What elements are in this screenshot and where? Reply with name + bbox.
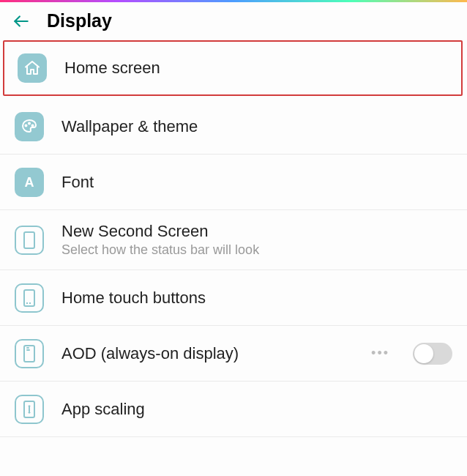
home-icon xyxy=(18,53,47,83)
row-label: Home screen xyxy=(64,59,448,78)
touch-buttons-icon xyxy=(15,283,44,313)
svg-rect-8 xyxy=(24,346,34,362)
svg-text:A: A xyxy=(25,175,34,190)
row-label: Wallpaper & theme xyxy=(61,117,452,136)
palette-icon xyxy=(15,112,44,141)
more-icon[interactable]: ••• xyxy=(371,346,389,361)
row-label: AOD (always-on display) xyxy=(61,344,354,363)
row-label: App scaling xyxy=(61,400,452,419)
row-aod[interactable]: AOD (always-on display) ••• xyxy=(0,326,467,382)
row-font[interactable]: A Font xyxy=(0,155,467,210)
svg-point-3 xyxy=(32,124,34,126)
aod-icon xyxy=(15,339,44,368)
page-title: Display xyxy=(47,10,112,31)
second-screen-icon xyxy=(15,226,44,255)
row-label: Home touch buttons xyxy=(61,289,452,308)
window-accent-border xyxy=(0,0,467,2)
row-home-screen[interactable]: Home screen xyxy=(3,40,463,96)
settings-list: Home screen Wallpaper & theme A Font xyxy=(0,40,467,437)
row-wallpaper-theme[interactable]: Wallpaper & theme xyxy=(0,99,467,155)
aod-toggle[interactable] xyxy=(413,343,452,365)
app-scaling-icon xyxy=(15,395,44,424)
row-home-touch-buttons[interactable]: Home touch buttons xyxy=(0,270,467,326)
header: Display xyxy=(0,0,467,39)
row-label: Font xyxy=(61,173,452,192)
row-label: New Second Screen xyxy=(61,222,452,241)
row-subtitle: Select how the status bar will look xyxy=(61,242,452,258)
arrow-left-icon xyxy=(12,12,31,31)
back-button[interactable] xyxy=(12,12,31,31)
font-icon: A xyxy=(15,168,44,197)
svg-rect-5 xyxy=(24,232,34,248)
svg-point-2 xyxy=(29,122,30,124)
row-app-scaling[interactable]: App scaling xyxy=(0,382,467,437)
svg-point-1 xyxy=(26,124,27,126)
row-new-second-screen[interactable]: New Second Screen Select how the status … xyxy=(0,210,467,270)
